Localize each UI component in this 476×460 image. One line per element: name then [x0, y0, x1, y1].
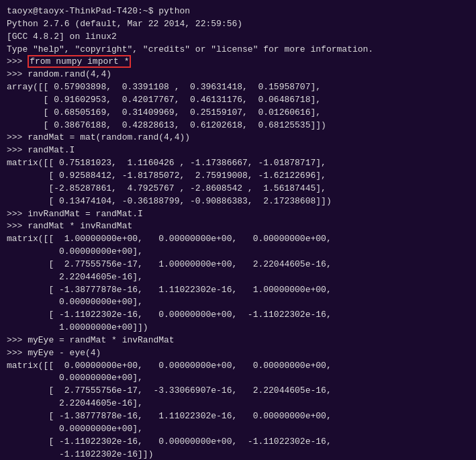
line-10: [ 0.38676188, 0.42828613, 0.61202618, 0.… [7, 120, 469, 132]
line-30: 0.00000000e+00], [7, 372, 469, 385]
line-18: >>> randMat * invRandMat [7, 220, 469, 233]
line-12: >>> randMat.I [7, 144, 469, 157]
line-9: [ 0.68505169, 0.31409969, 0.25159107, 0.… [7, 107, 469, 120]
line-32: 2.22044605e-16], [7, 398, 469, 410]
line-16: [ 0.13474104, -0.36188799, -0.90886383, … [7, 195, 469, 208]
terminal-window: taoyx@taoyx-ThinkPad-T420:~$ python Pyth… [0, 0, 476, 460]
line-3: [GCC 4.8.2] on linux2 [7, 31, 469, 44]
line-7: array([[ 0.57903898, 0.3391108 , 0.39631… [7, 81, 469, 94]
line-36: -1.11022302e-16]]) [7, 449, 469, 460]
line-27: >>> myEye = randMat * invRandMat [7, 334, 469, 347]
line-2: Python 2.7.6 (default, Mar 22 2014, 22:5… [7, 18, 469, 31]
line-25: [ -1.11022302e-16, 0.00000000e+00, -1.11… [7, 309, 469, 322]
line-8: [ 0.91602953, 0.42017767, 0.46131176, 0.… [7, 94, 469, 107]
line-15: [-2.85287861, 4.7925767 , -2.8608542 , 1… [7, 183, 469, 195]
line-19: matrix([[ 1.00000000e+00, 0.00000000e+00… [7, 233, 469, 246]
line-34: 0.00000000e+00], [7, 423, 469, 436]
line-33: [ -1.38777878e-16, 1.11022302e-16, 0.000… [7, 410, 469, 423]
line-31: [ 2.77555756e-17, -3.33066907e-16, 2.220… [7, 385, 469, 398]
line-1: taoyx@taoyx-ThinkPad-T420:~$ python [7, 5, 469, 18]
line-23: [ -1.38777878e-16, 1.11022302e-16, 1.000… [7, 284, 469, 297]
line-24: 0.00000000e+00], [7, 296, 469, 309]
line-22: 2.22044605e-16], [7, 271, 469, 284]
line-35: [ -1.11022302e-16, 0.00000000e+00, -1.11… [7, 436, 469, 449]
line-6: >>> random.rand(4,4) [7, 68, 469, 81]
line-20: 0.00000000e+00], [7, 246, 469, 259]
line-26: 1.00000000e+00]]) [7, 322, 469, 334]
line-29: matrix([[ 0.00000000e+00, 0.00000000e+00… [7, 360, 469, 373]
numpy-import-highlight: from numpy import * [28, 55, 131, 68]
line-14: [ 0.92588412, -1.81785072, 2.75919008, -… [7, 170, 469, 183]
line-17: >>> invRandMat = randMat.I [7, 208, 469, 221]
line-28: >>> myEye - eye(4) [7, 347, 469, 360]
line-13: matrix([[ 0.75181023, 1.1160426 , -1.173… [7, 157, 469, 170]
line-21: [ 2.77555756e-17, 1.00000000e+00, 2.2204… [7, 259, 469, 271]
line-11: >>> randMat = mat(random.rand(4,4)) [7, 132, 469, 144]
line-4: Type "help", "copyright", "credits" or "… [7, 44, 469, 56]
line-5: >>> from numpy import * [7, 56, 469, 68]
